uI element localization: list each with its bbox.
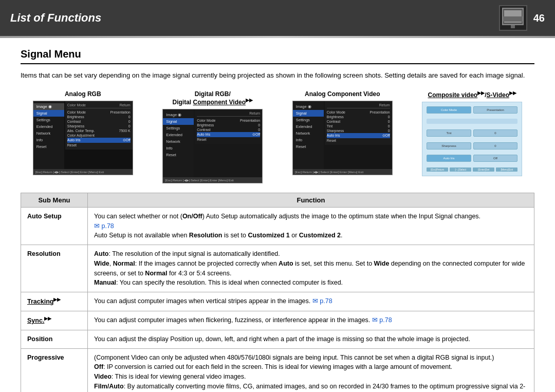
menu-item-signal3: Signal (293, 110, 324, 117)
signal-label-composite: Composite video▶▶/S-Video▶▶ (428, 90, 517, 99)
submenu-resolution: Resolution (21, 245, 88, 292)
menu-item-network: Network (33, 130, 64, 137)
menu-screenshot-digital-rgb: Image ◉ Signal Settings Extended Network… (162, 109, 263, 183)
main-content: Signal Menu Items that can be set vary d… (0, 38, 555, 392)
menu-screenshot-analog-rgb: Image ◉ Signal Settings Extended Network… (33, 101, 133, 175)
function-auto-setup: You can select whether or not (On/Off) A… (88, 207, 534, 245)
menu-item-info: Info (33, 137, 64, 143)
submenu-auto-setup: Auto Setup (21, 207, 88, 245)
table-row-progressive: Progressive (Component Video can only be… (21, 348, 534, 392)
table-row-position: Position You can adjust the display Posi… (21, 330, 534, 348)
signal-col-analog-rgb: Analog RGB Image ◉ Signal Settings Exten… (21, 90, 145, 175)
table-row-tracking: Tracking▶▶ You can adjust computer image… (21, 292, 534, 311)
submenu-sync: Sync.▶▶ (21, 311, 88, 330)
page-header: List of Functions 46 (0, 0, 555, 36)
signal-images-row: Analog RGB Image ◉ Signal Settings Exten… (21, 90, 534, 183)
function-position: You can adjust the display Position up, … (88, 330, 534, 348)
menu-item-settings3: Settings (293, 117, 324, 123)
function-table: Sub Menu Function Auto Setup You can sel… (21, 193, 534, 392)
signal-col-analog-component: Analog Component Video Image ◉ Signal Se… (280, 90, 405, 175)
menu-item-network3: Network (293, 130, 324, 137)
signal-label-analog-rgb: Analog RGB (65, 90, 101, 98)
function-progressive: (Component Video can only be adjusted wh… (88, 348, 534, 392)
menu-item-signal2: Signal (163, 118, 194, 125)
submenu-tracking: Tracking▶▶ (21, 292, 88, 311)
menu-screenshot-analog-component: Image ◉ Signal Settings Extended Network… (292, 101, 393, 175)
function-resolution: Auto: The resolution of the input signal… (88, 245, 534, 292)
function-sync: You can adjust computer images when flic… (88, 311, 534, 330)
menu-item-settings2: Settings (163, 125, 194, 132)
menu-item-info2: Info (163, 145, 194, 152)
table-row-resolution: Resolution Auto: The resolution of the i… (21, 245, 534, 292)
function-tracking: You can adjust computer images when vert… (88, 292, 534, 311)
composite-screenshot: Color Mode Presentation Tint 0 Sharpness… (422, 102, 522, 176)
menu-item-image2: Image ◉ (163, 111, 194, 118)
signal-col-digital-rgb: Digital RGB/Digital Component Video▶▶ Im… (151, 90, 275, 183)
col-submenu-header: Sub Menu (21, 193, 88, 207)
menu-item-extended: Extended (33, 123, 64, 130)
menu-item-image: Image ◉ (33, 103, 64, 110)
menu-item-image3: Image ◉ (293, 103, 324, 110)
menu-item-extended3: Extended (293, 123, 324, 130)
col-function-header: Function (88, 193, 534, 207)
signal-col-composite: Composite video▶▶/S-Video▶▶ Color Mode P… (410, 90, 535, 176)
menu-item-reset: Reset (33, 143, 64, 150)
menu-item-info3: Info (293, 137, 324, 143)
menu-item-settings: Settings (33, 117, 64, 123)
menu-item-reset2: Reset (163, 152, 194, 158)
menu-item-reset3: Reset (293, 143, 324, 150)
page-number: 46 (533, 12, 545, 24)
table-row-sync: Sync.▶▶ You can adjust computer images w… (21, 311, 534, 330)
menu-item-network2: Network (163, 138, 194, 145)
page-title: List of Functions (10, 11, 101, 25)
menu-item-signal: Signal (33, 110, 64, 117)
submenu-progressive: Progressive (21, 348, 88, 392)
section-title: Signal Menu (21, 48, 534, 64)
submenu-position: Position (21, 330, 88, 348)
header-right: 46 (499, 5, 545, 31)
thumbnail-icon (499, 5, 527, 31)
menu-item-extended2: Extended (163, 132, 194, 138)
signal-label-analog-component: Analog Component Video (305, 90, 380, 98)
signal-label-digital-rgb: Digital RGB/Digital Component Video▶▶ (173, 90, 253, 106)
table-row-auto-setup: Auto Setup You can select whether or not… (21, 207, 534, 245)
intro-paragraph: Items that can be set vary depending on … (21, 70, 534, 81)
